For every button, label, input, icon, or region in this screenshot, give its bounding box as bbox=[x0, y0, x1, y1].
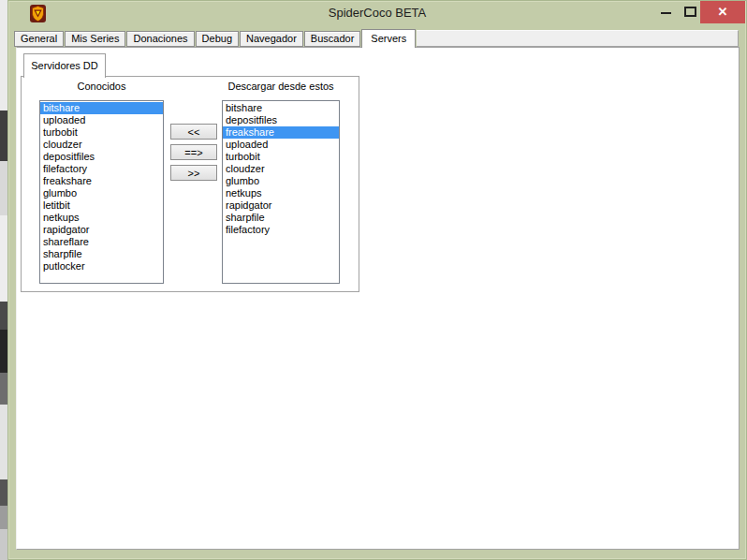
subtab-servidores-dd[interactable]: Servidores DD bbox=[23, 53, 106, 78]
tab-strip: GeneralMis SeriesDonacionesDebugNavegado… bbox=[14, 28, 739, 47]
list-item-turbobit[interactable]: turbobit bbox=[223, 151, 339, 163]
desktop-background-strip bbox=[0, 0, 7, 560]
close-button[interactable]: ✕ bbox=[700, 1, 745, 23]
tab-buscador[interactable]: Buscador bbox=[304, 31, 360, 47]
app-window: SpiderCoco BETA ✕ GeneralMis SeriesDonac… bbox=[7, 0, 747, 560]
tab-donaciones[interactable]: Donaciones bbox=[126, 31, 194, 47]
list-item-depositfiles[interactable]: depositfiles bbox=[40, 151, 163, 163]
list-item-cloudzer[interactable]: cloudzer bbox=[223, 163, 339, 175]
known-servers-listbox[interactable]: bitshareuploadedturbobitcloudzerdepositf… bbox=[39, 100, 164, 284]
list-item-netkups[interactable]: netkups bbox=[223, 187, 339, 199]
list-item-uploaded[interactable]: uploaded bbox=[223, 139, 339, 151]
download-servers-listbox[interactable]: bitsharedepositfilesfreakshareuploadedtu… bbox=[222, 100, 340, 284]
tab-navegador[interactable]: Navegador bbox=[240, 31, 303, 47]
tab-strip-filler bbox=[417, 30, 739, 47]
list-item-filefactory[interactable]: filefactory bbox=[223, 224, 339, 236]
minimize-button[interactable] bbox=[655, 4, 678, 21]
list-item-cloudzer[interactable]: cloudzer bbox=[40, 139, 163, 151]
minimize-icon bbox=[661, 12, 671, 14]
title-bar[interactable]: SpiderCoco BETA ✕ bbox=[7, 0, 747, 26]
tab-servers[interactable]: Servers bbox=[361, 29, 416, 48]
list-item-sharpfile[interactable]: sharpfile bbox=[40, 248, 163, 260]
move-all-to-download-button[interactable]: ==> bbox=[170, 144, 217, 160]
list-item-glumbo[interactable]: glumbo bbox=[40, 187, 163, 199]
list-item-depositfiles[interactable]: depositfiles bbox=[223, 114, 339, 126]
tab-mis-series[interactable]: Mis Series bbox=[65, 31, 125, 47]
list-item-bitshare[interactable]: bitshare bbox=[40, 102, 163, 114]
list-item-putlocker[interactable]: putlocker bbox=[40, 260, 163, 273]
list-item-shareflare[interactable]: shareflare bbox=[40, 236, 163, 248]
download-servers-label: Descargar desde estos bbox=[222, 81, 340, 93]
list-item-letitbit[interactable]: letitbit bbox=[40, 199, 163, 212]
list-item-turbobit[interactable]: turbobit bbox=[40, 126, 163, 139]
known-servers-label: Conocidos bbox=[39, 81, 164, 93]
list-item-sharpfile[interactable]: sharpfile bbox=[223, 212, 339, 224]
list-item-rapidgator[interactable]: rapidgator bbox=[40, 224, 163, 236]
list-item-filefactory[interactable]: filefactory bbox=[40, 163, 163, 175]
close-icon: ✕ bbox=[718, 5, 728, 19]
servers-tab-page: Servidores DD Conocidos Descargar desde … bbox=[16, 47, 740, 550]
move-to-known-button[interactable]: << bbox=[170, 124, 217, 140]
list-item-bitshare[interactable]: bitshare bbox=[223, 102, 339, 114]
tab-general[interactable]: General bbox=[14, 31, 64, 47]
servidores-dd-page: Conocidos Descargar desde estos bitshare… bbox=[21, 76, 359, 292]
list-item-uploaded[interactable]: uploaded bbox=[40, 114, 163, 126]
list-item-rapidgator[interactable]: rapidgator bbox=[223, 199, 339, 212]
move-to-download-button[interactable]: >> bbox=[170, 165, 217, 181]
transfer-buttons-column: <<==>>> bbox=[170, 124, 217, 181]
maximize-icon bbox=[684, 7, 696, 17]
maximize-button[interactable] bbox=[680, 3, 702, 21]
list-item-freakshare[interactable]: freakshare bbox=[223, 126, 339, 139]
list-item-freakshare[interactable]: freakshare bbox=[40, 175, 163, 187]
window-title: SpiderCoco BETA bbox=[7, 0, 747, 25]
tab-debug[interactable]: Debug bbox=[196, 31, 239, 47]
list-item-netkups[interactable]: netkups bbox=[40, 212, 163, 224]
list-item-glumbo[interactable]: glumbo bbox=[223, 175, 339, 187]
